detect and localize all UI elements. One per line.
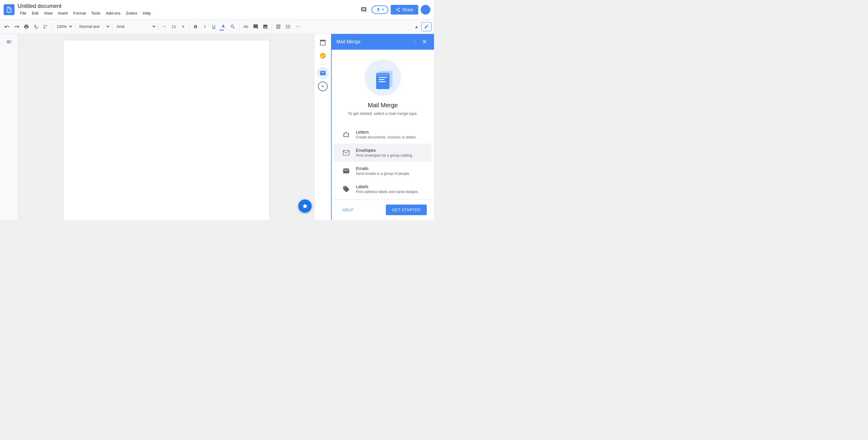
envelopes-title: Envelopes bbox=[356, 148, 424, 153]
doc-title-area: Untitled document File Edit View Insert … bbox=[18, 3, 358, 17]
paint-format-button[interactable] bbox=[41, 22, 50, 31]
font-select[interactable]: Arial Times New Roman Georgia Verdana bbox=[114, 23, 156, 30]
emails-option-text: Emails Send emails to a group of people. bbox=[356, 166, 424, 176]
svg-rect-5 bbox=[376, 73, 390, 76]
panel-footer: HELP GET STARTED bbox=[332, 199, 434, 220]
letters-option-text: Letters Create documents, invoices or le… bbox=[356, 130, 424, 139]
left-sidebar bbox=[0, 34, 18, 220]
italic-button[interactable]: I bbox=[200, 22, 209, 31]
emails-title: Emails bbox=[356, 166, 424, 171]
labels-title: Labels bbox=[356, 184, 424, 189]
docs-svg-icon bbox=[6, 6, 12, 13]
labels-option-text: Labels Print address labels and name bad… bbox=[356, 184, 424, 194]
toolbar-separator-5 bbox=[189, 23, 190, 30]
labels-desc: Print address labels and name badges. bbox=[356, 190, 424, 194]
menu-zotero[interactable]: Zotero bbox=[124, 10, 140, 17]
panel-close-button[interactable]: ✕ bbox=[420, 37, 429, 47]
line-spacing-button[interactable] bbox=[283, 22, 292, 31]
panel-hero: Mail Merge To get started, select a mail… bbox=[332, 50, 434, 123]
title-bar: Untitled document File Edit View Insert … bbox=[0, 0, 434, 20]
zoom-select[interactable]: 100% 75% 125% 150% 200% bbox=[54, 23, 73, 30]
calendar-icon[interactable] bbox=[317, 36, 329, 49]
print-button[interactable] bbox=[22, 22, 31, 31]
user-avatar[interactable] bbox=[421, 5, 430, 14]
add-plugin-button[interactable]: + bbox=[318, 82, 328, 91]
emails-icon bbox=[341, 166, 351, 176]
document-page[interactable] bbox=[63, 40, 269, 220]
text-style-select[interactable]: Normal text Heading 1 Heading 2 Title bbox=[77, 23, 110, 30]
tasks-icon[interactable] bbox=[317, 50, 329, 62]
toolbar-separator-6 bbox=[239, 23, 240, 30]
menu-bar: File Edit View Insert Format Tools Add-o… bbox=[18, 10, 358, 17]
text-color-button[interactable] bbox=[219, 22, 228, 31]
ai-assist-button[interactable] bbox=[298, 199, 312, 213]
app-icon bbox=[4, 4, 14, 15]
help-button[interactable]: HELP bbox=[339, 205, 357, 214]
svg-rect-2 bbox=[379, 77, 387, 78]
share-label: Share bbox=[402, 7, 413, 12]
merge-option-emails[interactable]: Emails Send emails to a group of people. bbox=[334, 162, 432, 180]
hero-icon-circle bbox=[365, 59, 401, 96]
ruler bbox=[18, 40, 314, 40]
highlight-button[interactable] bbox=[228, 22, 238, 31]
bold-button[interactable]: B bbox=[191, 22, 200, 31]
merge-options: Letters Create documents, invoices or le… bbox=[332, 123, 434, 199]
menu-format[interactable]: Format bbox=[71, 10, 88, 17]
underline-button[interactable]: U bbox=[210, 22, 218, 31]
header-right: ▾ Share bbox=[358, 4, 430, 15]
merge-option-labels[interactable]: Labels Print address labels and name bad… bbox=[334, 180, 432, 198]
menu-view[interactable]: View bbox=[41, 10, 55, 17]
menu-addons[interactable]: Add-ons bbox=[103, 10, 123, 17]
panel-header: Mail Merge ⋮ ✕ bbox=[332, 34, 434, 50]
hero-doc-icon bbox=[371, 65, 395, 90]
main-layout: + Mail Merge ⋮ ✕ bbox=[0, 34, 434, 220]
toolbar-separator-7 bbox=[272, 23, 272, 30]
outline-icon[interactable] bbox=[4, 36, 14, 47]
letters-title: Letters bbox=[356, 130, 424, 135]
svg-rect-6 bbox=[343, 150, 349, 155]
undo-button[interactable] bbox=[2, 22, 11, 31]
font-size-decrease-button[interactable]: − bbox=[160, 22, 169, 31]
toolbar-separator-4 bbox=[158, 23, 158, 30]
menu-insert[interactable]: Insert bbox=[55, 10, 70, 17]
envelopes-icon bbox=[341, 148, 351, 157]
doc-floating bbox=[298, 199, 312, 213]
align-button[interactable] bbox=[274, 22, 283, 31]
spellcheck-button[interactable] bbox=[31, 22, 40, 31]
editing-mode-button[interactable] bbox=[421, 22, 432, 31]
envelopes-option-text: Envelopes Print envelopes for a group ma… bbox=[356, 148, 424, 157]
more-button[interactable]: ⋯ bbox=[293, 22, 302, 31]
merge-option-letters[interactable]: Letters Create documents, invoices or le… bbox=[334, 125, 432, 144]
save-to-drive-button[interactable]: ▾ bbox=[372, 5, 388, 14]
hero-subtitle: To get started, select a mail merge type… bbox=[348, 111, 418, 116]
get-started-button[interactable]: GET STARTED bbox=[386, 205, 427, 215]
labels-icon bbox=[341, 184, 351, 194]
font-size-input[interactable] bbox=[169, 24, 178, 29]
emails-desc: Send emails to a group of people. bbox=[356, 172, 424, 176]
doc-title[interactable]: Untitled document bbox=[18, 3, 358, 9]
redo-button[interactable] bbox=[12, 22, 21, 31]
panel-title: Mail Merge bbox=[337, 39, 410, 45]
collapse-toolbar-button[interactable]: ▴ bbox=[412, 22, 421, 31]
comments-button[interactable] bbox=[358, 4, 369, 15]
panel-more-button[interactable]: ⋮ bbox=[410, 37, 420, 47]
menu-help[interactable]: Help bbox=[140, 10, 153, 17]
merge-option-envelopes[interactable]: Envelopes Print envelopes for a group ma… bbox=[334, 144, 432, 162]
comment-button[interactable] bbox=[251, 22, 260, 31]
menu-tools[interactable]: Tools bbox=[89, 10, 103, 17]
save-indicator-chevron: ▾ bbox=[382, 7, 384, 12]
link-button[interactable] bbox=[241, 22, 250, 31]
letters-icon bbox=[341, 130, 351, 139]
svg-rect-3 bbox=[379, 79, 384, 80]
menu-edit[interactable]: Edit bbox=[29, 10, 41, 17]
doc-area bbox=[18, 34, 314, 220]
image-button[interactable] bbox=[261, 22, 270, 31]
share-button[interactable]: Share bbox=[391, 5, 418, 14]
menu-file[interactable]: File bbox=[18, 10, 29, 17]
mail-merge-icon[interactable] bbox=[317, 67, 329, 79]
mail-merge-panel: Mail Merge ⋮ ✕ bbox=[331, 34, 434, 220]
hero-title: Mail Merge bbox=[368, 102, 398, 109]
letters-desc: Create documents, invoices or letters. bbox=[356, 135, 424, 139]
font-size-increase-button[interactable]: + bbox=[179, 22, 187, 31]
envelopes-desc: Print envelopes for a group mailing. bbox=[356, 153, 424, 157]
